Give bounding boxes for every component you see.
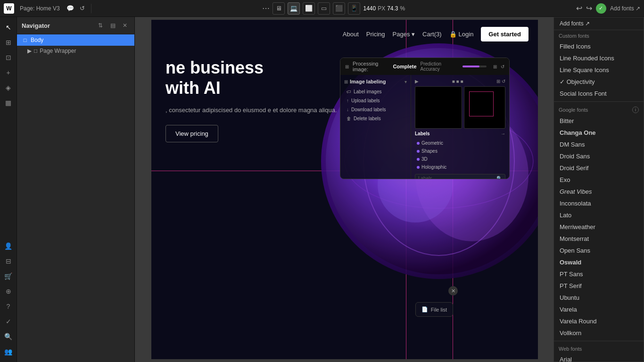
- add-fonts-button[interactable]: Add fonts ↗: [610, 5, 640, 12]
- canvas-body-text: , consectetur adipiscised do eiusmod e e…: [165, 106, 354, 115]
- canvas-view-pricing-btn[interactable]: View pricing: [165, 125, 218, 142]
- canvas-login-btn[interactable]: 🔒 Login: [449, 31, 474, 38]
- font-item-filled-icons[interactable]: Filled Icons: [554, 41, 644, 52]
- app-logo: W: [4, 3, 14, 14]
- add-element-icon[interactable]: +: [2, 66, 15, 79]
- font-item-varela[interactable]: Varela: [554, 304, 644, 315]
- history-icon[interactable]: ↺: [78, 4, 87, 13]
- font-item-vollkorn[interactable]: Vollkorn: [554, 327, 644, 339]
- mockup-labels-header: Labels →: [415, 131, 505, 136]
- device-tablet-landscape[interactable]: ⬜: [303, 2, 315, 15]
- page-canvas: About Pricing Pages ▾ Cart(3) 🔒 Login Ge…: [151, 20, 538, 359]
- mockup-left-panel: ⊞ Image labeling ▾ 🏷 Label images ↑ Uplo…: [340, 75, 411, 179]
- mockup-section-label: Image labeling: [350, 79, 386, 84]
- font-item-line-square-icons[interactable]: Line Square Icons: [554, 64, 644, 76]
- chat-icon[interactable]: 💬: [66, 4, 75, 13]
- font-item-line-rounded-icons[interactable]: Line Rounded Icons: [554, 52, 644, 64]
- font-item-bitter[interactable]: Bitter: [554, 115, 644, 127]
- components-panel-icon[interactable]: ◈: [2, 81, 15, 94]
- cart-panel-icon[interactable]: 🛒: [2, 270, 15, 283]
- dimension-display: 1440 PX 74.3 %: [363, 5, 405, 12]
- device-desktop[interactable]: 💻: [288, 2, 300, 15]
- canvas-cta-btn[interactable]: Get started: [481, 27, 528, 41]
- font-item-droid-sans[interactable]: Droid Sans: [554, 150, 644, 162]
- more-options[interactable]: ⋯: [262, 4, 270, 13]
- mockup-header: ⊞ Processing image: Complete Prediction …: [340, 58, 509, 75]
- font-item-droid-serif[interactable]: Droid Serif: [554, 162, 644, 174]
- mockup-menu-download-labels[interactable]: ↓ Download labels: [344, 105, 407, 114]
- cms-panel-icon[interactable]: ⊟: [2, 255, 15, 268]
- body-item-label: Body: [31, 37, 43, 43]
- publish-status: ✓: [596, 3, 606, 14]
- device-tablet-portrait[interactable]: ▭: [318, 2, 330, 15]
- mockup-accuracy-label: Prediction Accuracy: [421, 61, 456, 72]
- font-item-social-icons[interactable]: Social Icons Font: [554, 88, 644, 99]
- font-item-great-vibes[interactable]: Great Vibes: [554, 186, 644, 197]
- navigator-title: Navigator: [22, 22, 93, 29]
- help-icon[interactable]: ?: [2, 300, 15, 313]
- mockup-menu-delete-labels[interactable]: 🗑 Delete labels: [344, 114, 407, 123]
- canvas-file-list: 📄 File list: [415, 302, 453, 317]
- font-item-ubuntu[interactable]: Ubuntu: [554, 292, 644, 304]
- mockup-label-holographic: Holographic: [415, 163, 505, 171]
- navigator-layout-btn[interactable]: ▤: [108, 21, 117, 30]
- canvas-pricing-link[interactable]: Pricing: [366, 31, 385, 38]
- font-dropdown[interactable]: Add fonts ↗ Custom fonts Filled Icons Li…: [553, 17, 644, 362]
- font-item-lato[interactable]: Lato: [554, 209, 644, 221]
- navigator-panel: Navigator ⇅ ▤ ✕ □ Body ▶ □ Page Wrapper: [17, 17, 135, 362]
- font-item-varela-round[interactable]: Varela Round: [554, 315, 644, 327]
- device-mobile-portrait[interactable]: 📱: [348, 2, 360, 15]
- tasks-icon[interactable]: ✓: [2, 315, 15, 328]
- mockup-label-shapes: Shapes: [415, 147, 505, 155]
- page-wrapper-label: Page Wrapper: [40, 48, 76, 54]
- font-item-arial[interactable]: Arial: [554, 354, 644, 362]
- font-item-objectivity[interactable]: Objectivity: [554, 76, 644, 88]
- font-item-changa-one[interactable]: Changa One: [554, 127, 644, 139]
- pages-panel-icon[interactable]: ⊡: [2, 51, 15, 64]
- navigator-item-page-wrapper[interactable]: ▶ □ Page Wrapper: [17, 46, 134, 56]
- redo-button[interactable]: ↪: [586, 4, 592, 13]
- checkbox-icon: □: [34, 48, 37, 54]
- canvas-navbar: About Pricing Pages ▾ Cart(3) 🔒 Login Ge…: [151, 20, 538, 48]
- font-item-pt-serif[interactable]: PT Serif: [554, 280, 644, 292]
- canvas-about-link[interactable]: About: [343, 31, 359, 38]
- font-item-inconsolata[interactable]: Inconsolata: [554, 197, 644, 209]
- integrations-panel-icon[interactable]: ⊕: [2, 285, 15, 298]
- custom-fonts-section-header: Custom fonts: [554, 30, 644, 41]
- mockup-label-geometric: Geometric: [415, 139, 505, 147]
- mockup-menu-upload-labels[interactable]: ↑ Upload labels: [344, 96, 407, 105]
- device-desktop-large[interactable]: 🖥: [272, 2, 285, 15]
- info-icon[interactable]: i: [632, 107, 639, 113]
- font-item-open-sans[interactable]: Open Sans: [554, 245, 644, 256]
- font-item-dm-sans[interactable]: DM Sans: [554, 139, 644, 150]
- mockup-search[interactable]: Labels 🔍: [415, 174, 505, 179]
- team-icon[interactable]: 👥: [2, 345, 15, 358]
- mockup-menu-label-images[interactable]: 🏷 Label images: [344, 87, 407, 96]
- navigator-close-btn[interactable]: ✕: [120, 21, 130, 30]
- mockup-status-label: Processing image:: [353, 61, 389, 72]
- undo-button[interactable]: ↩: [576, 4, 582, 13]
- add-fonts-top-item[interactable]: Add fonts ↗: [554, 17, 644, 30]
- navigator-sort-btn[interactable]: ⇅: [96, 21, 105, 30]
- cursor-tool[interactable]: ↖: [2, 21, 15, 34]
- font-item-pt-sans[interactable]: PT Sans: [554, 268, 644, 280]
- font-item-exo[interactable]: Exo: [554, 174, 644, 186]
- canvas-cart-link[interactable]: Cart(3): [422, 31, 441, 38]
- font-item-montserrat[interactable]: Montserrat: [554, 233, 644, 245]
- canvas-pages-link[interactable]: Pages ▾: [393, 31, 415, 38]
- layers-panel-icon[interactable]: ⊞: [2, 36, 15, 49]
- canvas-area[interactable]: About Pricing Pages ▾ Cart(3) 🔒 Login Ge…: [135, 17, 554, 362]
- font-item-oswald[interactable]: Oswald: [554, 256, 644, 268]
- media-panel-icon[interactable]: ▦: [2, 96, 15, 109]
- canvas-ui-mockup: ⊞ Processing image: Complete Prediction …: [340, 58, 510, 179]
- top-bar-right: ↩ ↪ ✓ Add fonts ↗: [576, 3, 640, 14]
- users-panel-icon[interactable]: 👤: [2, 239, 15, 253]
- top-bar: W Page: Home V3 💬 ↺ ⋯ 🖥 💻 ⬜ ▭ ⬛ 📱 1440 P…: [0, 0, 644, 17]
- mockup-label-3d: 3D: [415, 155, 505, 163]
- navigator-item-body[interactable]: □ Body: [17, 34, 134, 46]
- font-item-merriweather[interactable]: Merriweather: [554, 221, 644, 233]
- mockup-body: ⊞ Image labeling ▾ 🏷 Label images ↑ Uplo…: [340, 75, 509, 179]
- search-icon[interactable]: 🔍: [2, 330, 15, 343]
- device-mobile-landscape[interactable]: ⬛: [333, 2, 345, 15]
- canvas-close-button[interactable]: ✕: [448, 286, 458, 296]
